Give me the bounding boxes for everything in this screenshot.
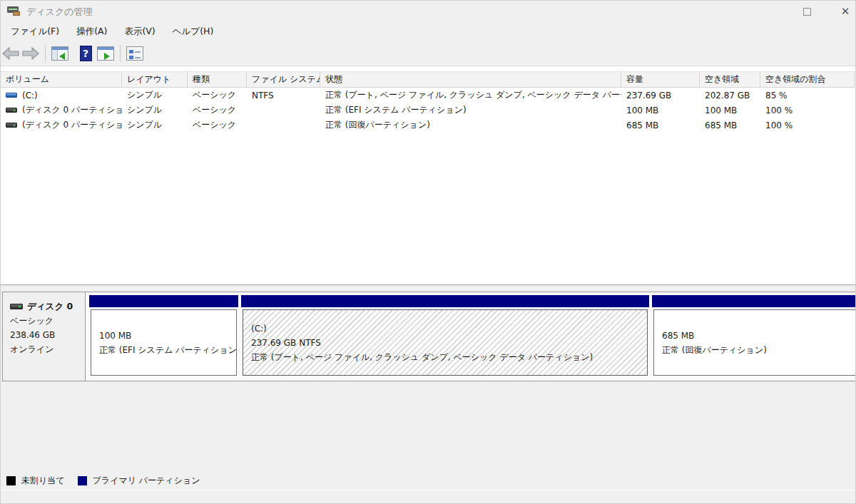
maximize-icon xyxy=(803,8,811,16)
disk-size: 238.46 GB xyxy=(10,328,85,342)
partition-color-bar xyxy=(241,295,649,307)
disk-icon xyxy=(10,304,23,309)
unallocated-label: 未割り当て xyxy=(21,475,65,487)
back-button[interactable] xyxy=(1,43,21,63)
column-header-freespace[interactable]: 空き領域 xyxy=(700,72,760,87)
graphical-view-pane: ディスク 0 ベーシック 238.46 GB オンライン 100 MB 正常 (… xyxy=(1,286,855,490)
volume-list-pane: ボリューム レイアウト 種類 ファイル システム 状態 容量 空き領域 空き領域… xyxy=(1,66,855,284)
window-title: ディスクの管理 xyxy=(26,6,93,19)
volume-freespace: 100 MB xyxy=(700,106,760,115)
column-header-filesystem[interactable]: ファイル システム xyxy=(247,72,320,87)
show-action-pane-button[interactable] xyxy=(96,43,116,63)
volume-capacity: 100 MB xyxy=(621,106,700,115)
disk-0-band: ディスク 0 ベーシック 238.46 GB オンライン 100 MB 正常 (… xyxy=(2,292,856,381)
volume-status: 正常 (ブート, ページ ファイル, クラッシュ ダンプ, ベーシック データ … xyxy=(320,89,621,101)
volume-freepercent: 85 % xyxy=(760,91,855,101)
volume-freespace: 685 MB xyxy=(700,120,760,130)
primary-partition-swatch xyxy=(78,476,87,485)
partition-status: 正常 (回復パーティション) xyxy=(662,343,856,357)
volume-name: (C:) xyxy=(22,91,38,101)
forward-arrow-icon xyxy=(22,47,39,60)
column-header-freepercent[interactable]: 空き領域の割合 xyxy=(760,72,855,87)
menu-view[interactable]: 表示(V) xyxy=(117,23,162,41)
volume-name: (ディスク 0 パーティション 1) xyxy=(22,104,122,116)
volume-capacity: 685 MB xyxy=(621,120,700,130)
volume-drive-icon xyxy=(6,123,17,128)
help-icon: ? xyxy=(80,46,92,61)
partition-color-bar xyxy=(89,295,238,307)
partition-letter: (C:) xyxy=(251,322,647,336)
status-bar xyxy=(1,490,855,503)
table-row[interactable]: (ディスク 0 パーティション 4) シンプル ベーシック 正常 (回復パーティ… xyxy=(1,118,855,133)
volume-rows: (C:) シンプル ベーシック NTFS 正常 (ブート, ページ ファイル, … xyxy=(1,88,855,133)
app-icon xyxy=(7,6,20,16)
table-row[interactable]: (C:) シンプル ベーシック NTFS 正常 (ブート, ページ ファイル, … xyxy=(1,88,855,103)
toolbar: ? xyxy=(1,41,855,66)
volume-drive-icon xyxy=(6,108,17,113)
disk-type: ベーシック xyxy=(10,314,85,328)
help-button[interactable]: ? xyxy=(76,43,96,63)
partition-size: 685 MB xyxy=(662,329,856,343)
volume-layout: シンプル xyxy=(122,104,188,116)
disk-name: ディスク 0 xyxy=(27,299,73,314)
volume-capacity: 237.69 GB xyxy=(621,91,700,101)
volume-status: 正常 (EFI システム パーティション) xyxy=(320,104,621,116)
volume-type: ベーシック xyxy=(188,104,247,116)
partition-status: 正常 (ブート, ページ ファイル, クラッシュ ダンプ, ベーシック データ … xyxy=(251,350,647,364)
close-button[interactable]: ✕ xyxy=(830,1,856,22)
partition-efi[interactable]: 100 MB 正常 (EFI システム パーティション) xyxy=(88,292,240,381)
partition-c[interactable]: (C:) 237.69 GB NTFS 正常 (ブート, ページ ファイル, ク… xyxy=(240,292,651,381)
volume-layout: シンプル xyxy=(122,89,188,101)
properties-button[interactable] xyxy=(125,43,145,63)
title-bar: ディスクの管理 ✕ xyxy=(1,1,855,22)
maximize-button[interactable] xyxy=(791,1,822,22)
close-icon: ✕ xyxy=(841,5,850,18)
column-header-layout[interactable]: レイアウト xyxy=(122,72,188,87)
partition-color-bar xyxy=(652,295,856,307)
unallocated-swatch xyxy=(6,476,16,485)
toolbar-separator xyxy=(45,45,46,62)
volume-type: ベーシック xyxy=(188,89,247,101)
partition-recovery[interactable]: 685 MB 正常 (回復パーティション) xyxy=(651,292,856,381)
volume-layout: シンプル xyxy=(122,119,188,131)
partition-size: 237.69 GB NTFS xyxy=(251,336,647,350)
back-arrow-icon xyxy=(2,47,19,60)
menu-bar: ファイル(F) 操作(A) 表示(V) ヘルプ(H) xyxy=(1,22,855,41)
console-tree-icon xyxy=(51,46,68,61)
volume-freepercent: 100 % xyxy=(760,106,855,115)
menu-help[interactable]: ヘルプ(H) xyxy=(165,23,221,41)
table-row[interactable]: (ディスク 0 パーティション 1) シンプル ベーシック 正常 (EFI シス… xyxy=(1,103,855,118)
column-header-status[interactable]: 状態 xyxy=(320,72,621,87)
volume-drive-icon xyxy=(6,93,17,98)
disk-0-header[interactable]: ディスク 0 ベーシック 238.46 GB オンライン xyxy=(3,292,86,381)
forward-button[interactable] xyxy=(21,43,41,63)
disk-management-window: ディスクの管理 ✕ ファイル(F) 操作(A) 表示(V) ヘルプ(H) ? xyxy=(0,0,856,504)
volume-freespace: 202.87 GB xyxy=(700,91,760,101)
volume-freepercent: 100 % xyxy=(760,120,855,130)
action-pane-icon xyxy=(97,46,114,61)
column-header-type[interactable]: 種類 xyxy=(188,72,247,87)
toolbar-separator xyxy=(120,45,121,62)
menu-file[interactable]: ファイル(F) xyxy=(4,23,66,41)
volume-name: (ディスク 0 パーティション 4) xyxy=(22,119,122,131)
disk-status: オンライン xyxy=(10,342,85,356)
column-header-volume[interactable]: ボリューム xyxy=(1,72,122,87)
partition-size: 100 MB xyxy=(99,329,236,343)
legend: 未割り当て プライマリ パーティション xyxy=(1,472,855,490)
menu-action[interactable]: 操作(A) xyxy=(69,23,114,41)
show-console-tree-button[interactable] xyxy=(50,43,70,63)
volume-list-header: ボリューム レイアウト 種類 ファイル システム 状態 容量 空き領域 空き領域… xyxy=(1,71,855,88)
volume-filesystem: NTFS xyxy=(247,91,320,101)
primary-partition-label: プライマリ パーティション xyxy=(93,475,200,487)
volume-status: 正常 (回復パーティション) xyxy=(320,119,621,131)
column-header-capacity[interactable]: 容量 xyxy=(621,72,700,87)
volume-type: ベーシック xyxy=(188,119,247,131)
properties-icon xyxy=(126,46,143,61)
partition-status: 正常 (EFI システム パーティション) xyxy=(99,343,236,357)
